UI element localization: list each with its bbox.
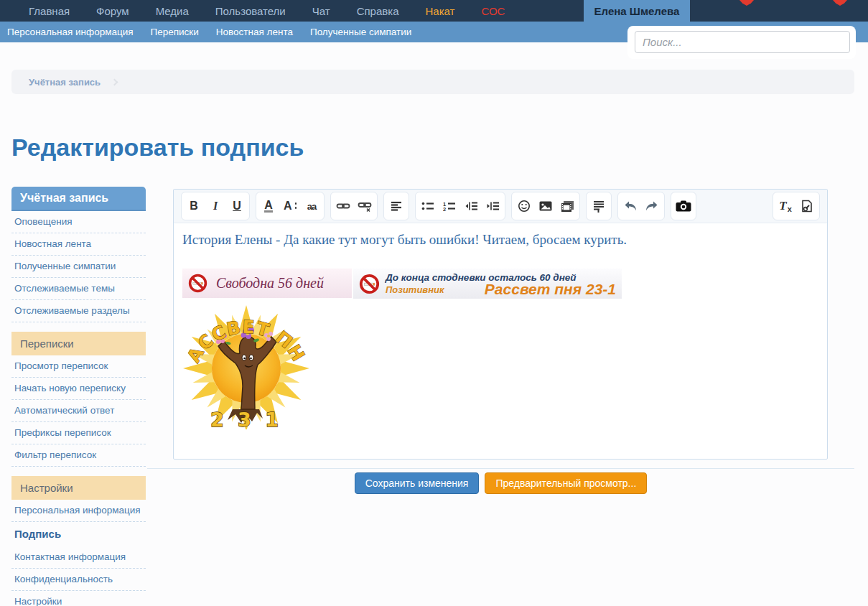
film-icon <box>561 200 574 213</box>
underline-button[interactable]: U <box>226 194 248 218</box>
signature-link[interactable]: История Елены - Да какие тут могут быть … <box>182 232 818 248</box>
banner-club-image[interactable]: До конца стодневки осталось 60 дней Пози… <box>353 269 622 299</box>
nav-item-media[interactable]: Медиа <box>156 5 189 17</box>
toolbar-group-media <box>511 192 580 220</box>
smilies-button[interactable] <box>513 194 535 218</box>
nav-item-users[interactable]: Пользователи <box>215 5 286 17</box>
toolbar-group-links <box>330 192 378 220</box>
insert-image-button[interactable] <box>535 194 556 218</box>
nav-item-home[interactable]: Главная <box>29 5 70 17</box>
sidebar-header-account[interactable]: Учётная запись <box>11 187 146 211</box>
sidebar-item-signature[interactable]: Подпись <box>11 522 146 546</box>
sidebar-header-conversations: Переписки <box>11 332 146 355</box>
unlink-icon <box>358 200 372 213</box>
nav-item-forum[interactable]: Форум <box>96 5 129 17</box>
breadcrumb: Учётная запись <box>11 70 854 94</box>
signature-content-area[interactable]: История Елены - Да какие тут могут быть … <box>174 223 827 429</box>
save-button[interactable]: Сохранить изменения <box>355 472 480 494</box>
sun-logo-image[interactable]: РАССВЕТ ПНЯ 2 3 1 <box>182 300 310 429</box>
user-account-tab[interactable]: Елена Шмелева <box>584 0 690 22</box>
nav-item-sos[interactable]: СОС <box>481 5 505 17</box>
banner-club-brand: Позитивник <box>386 284 444 295</box>
nav-item-help[interactable]: Справка <box>357 5 399 17</box>
sidebar-item-watched-forums[interactable]: Отслеживаемые разделы <box>11 300 146 322</box>
sidebar-item-privacy[interactable]: Конфиденциальность <box>11 569 146 591</box>
signature-editor: B I U A A aa 12 <box>173 189 828 460</box>
toolbar-group-lists: 12 <box>415 192 505 220</box>
italic-button[interactable]: I <box>205 194 226 218</box>
doc-wrench-icon <box>801 200 813 213</box>
sidebar-item-news-feed[interactable]: Новостная лента <box>11 233 146 256</box>
numbered-list-button[interactable]: 12 <box>439 194 460 218</box>
preview-button[interactable]: Предварительный просмотр... <box>485 472 647 494</box>
nav-item-chat[interactable]: Чат <box>312 5 330 17</box>
subnav-item-news-feed[interactable]: Новостная лента <box>216 27 293 37</box>
indent-button[interactable] <box>482 194 503 218</box>
sidebar-item-watched-threads[interactable]: Отслеживаемые темы <box>11 278 146 300</box>
bottom-divider <box>147 468 854 469</box>
top-navbar: Главная Форум Медиа Пользователи Чат Спр… <box>0 0 868 22</box>
bbcode-editor-button[interactable] <box>796 194 818 218</box>
bullet-list-icon <box>421 201 434 211</box>
sidebar-item-contact-details[interactable]: Контактная информация <box>11 546 146 569</box>
outdent-icon <box>465 201 477 211</box>
subnav-item-likes-received[interactable]: Полученные симпатии <box>310 27 411 37</box>
insert-quote-button[interactable] <box>588 194 610 218</box>
logo-days-number: 2 3 1 <box>210 409 282 429</box>
search-input[interactable] <box>635 31 850 53</box>
form-actions: Сохранить изменения Предварительный прос… <box>147 472 854 494</box>
insert-link-button[interactable] <box>332 194 354 218</box>
remove-link-button[interactable] <box>354 194 375 218</box>
toolbar-group-format: Tx <box>773 192 820 220</box>
font-family-button[interactable]: aa <box>301 194 322 218</box>
insert-media-button[interactable] <box>556 194 578 218</box>
sidebar-item-preferences[interactable]: Настройки <box>11 591 146 606</box>
toolbar-group-quote <box>586 192 612 220</box>
undo-icon <box>623 201 638 211</box>
svg-text:2: 2 <box>443 206 446 211</box>
link-icon <box>336 200 350 212</box>
page-title: Редактировать подпись <box>11 134 304 162</box>
toolbar-group-font: A A aa <box>256 192 325 220</box>
toolbar-group-align <box>383 192 409 220</box>
indent-icon <box>486 201 499 211</box>
sidebar-item-start-conversation[interactable]: Начать новую переписку <box>11 378 146 400</box>
bold-button[interactable]: B <box>183 194 205 218</box>
sidebar-item-personal-details[interactable]: Персональная информация <box>11 500 146 522</box>
sidebar-item-likes-received[interactable]: Полученные симпатии <box>11 256 146 278</box>
camera-button[interactable] <box>673 194 694 218</box>
banner-club-text-block: До конца стодневки осталось 60 дней Пози… <box>386 272 616 296</box>
bullet-list-button[interactable] <box>417 194 439 218</box>
sidebar-item-conversation-prefixes[interactable]: Префиксы переписок <box>11 422 146 444</box>
undo-button[interactable] <box>620 194 641 218</box>
alignment-button[interactable] <box>386 194 407 218</box>
banner-club-title: Рассвет пня 23-1 <box>485 283 616 296</box>
redo-icon <box>645 201 659 211</box>
outdent-button[interactable] <box>460 194 482 218</box>
toolbar-group-capture <box>671 192 696 220</box>
sidebar-item-conversation-filter[interactable]: Фильтр переписок <box>11 444 146 467</box>
subnav-item-conversations[interactable]: Переписки <box>151 27 199 37</box>
banner-free-text: Свободна 56 дней <box>216 275 324 292</box>
toolbar-group-basic: B I U <box>181 192 250 220</box>
camera-icon <box>676 200 691 212</box>
banner-free-image[interactable]: Свободна 56 дней <box>182 269 352 298</box>
font-size-button[interactable]: A <box>279 194 301 218</box>
remove-formatting-button[interactable]: Tx <box>775 194 796 218</box>
sidebar-item-alerts[interactable]: Оповещения <box>11 211 146 233</box>
nav-item-nakat[interactable]: Накат <box>425 5 454 17</box>
sun-logo-svg: РАССВЕТ ПНЯ 2 3 1 <box>182 300 310 429</box>
subnav-item-personal-details[interactable]: Персональная информация <box>7 27 134 37</box>
smiley-icon <box>518 200 531 213</box>
breadcrumb-account-link[interactable]: Учётная запись <box>29 77 101 88</box>
image-icon <box>539 201 552 211</box>
sidebar-item-view-conversations[interactable]: Просмотр переписок <box>11 355 146 378</box>
no-smoking-icon <box>359 274 380 294</box>
account-sidebar: Учётная запись Оповещения Новостная лент… <box>11 187 146 606</box>
font-color-button[interactable]: A <box>258 194 279 218</box>
breadcrumb-chevron-icon <box>111 78 118 85</box>
redo-button[interactable] <box>641 194 663 218</box>
signature-banners-row: Свободна 56 дней До конца стодневки оста… <box>182 269 818 299</box>
sidebar-item-auto-reply[interactable]: Автоматический ответ <box>11 400 146 422</box>
numbered-list-icon: 12 <box>443 201 456 211</box>
